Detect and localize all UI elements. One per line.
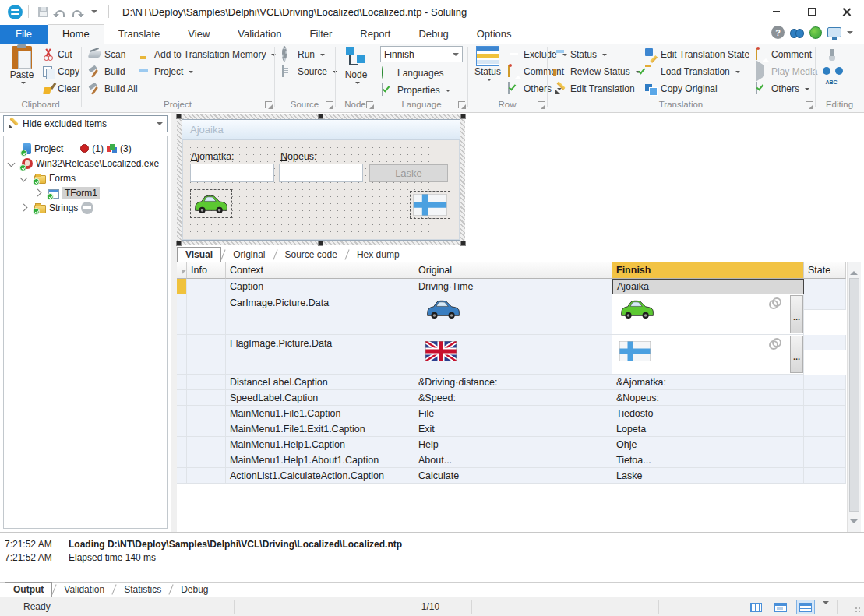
cell-state[interactable] <box>804 375 846 390</box>
close-button[interactable] <box>829 0 864 23</box>
cell-info[interactable] <box>187 375 226 390</box>
tree-item-tform1[interactable]: TForm1 <box>4 185 167 200</box>
row-dialog-launcher[interactable] <box>538 101 545 108</box>
node-button[interactable]: Node <box>340 46 372 85</box>
preview-speed-input[interactable] <box>279 164 363 182</box>
save-button[interactable] <box>34 3 51 20</box>
cell-state[interactable] <box>804 421 846 437</box>
cell-context[interactable]: MainMenu1.Help1.Caption <box>226 437 414 452</box>
node-dialog-launcher[interactable] <box>366 101 373 108</box>
resize-handle[interactable] <box>318 114 323 119</box>
build-all-button[interactable]: Build All <box>87 80 139 97</box>
cell-state[interactable] <box>804 468 846 484</box>
row-indicator[interactable] <box>177 452 187 468</box>
row-indicator[interactable] <box>177 294 187 335</box>
cell-context[interactable]: SpeedLabel.Caption <box>226 390 414 406</box>
col-context[interactable]: Context <box>226 262 414 279</box>
row-indicator[interactable] <box>177 375 187 390</box>
cell-state[interactable] <box>804 279 846 294</box>
resize-grip[interactable] <box>855 607 862 614</box>
help-icon[interactable]: ? <box>771 26 785 39</box>
cell-translation[interactable]: Laske <box>612 468 804 484</box>
scroll-down-icon[interactable] <box>850 519 858 527</box>
tree-item-exe[interactable]: Win32\Release\Localized.exe <box>4 156 167 171</box>
cut-button[interactable]: Cut <box>41 46 74 62</box>
cell-original[interactable]: Calculate <box>414 468 612 484</box>
preview-car-image[interactable] <box>190 189 232 218</box>
tab-options[interactable]: Options <box>463 25 526 44</box>
cell-original-image[interactable] <box>414 294 612 335</box>
cell-translation[interactable]: Ohje <box>612 437 804 452</box>
cell-translation-image[interactable]: ... <box>612 335 804 375</box>
cell-state[interactable] <box>804 390 846 406</box>
cell-info[interactable] <box>187 452 226 468</box>
chevron-down-icon[interactable] <box>847 31 853 37</box>
ellipsis-button[interactable]: ... <box>790 295 803 333</box>
row-indicator[interactable] <box>177 335 187 375</box>
tab-translate[interactable]: Translate <box>104 25 175 44</box>
grid-scrollbar[interactable] <box>847 262 861 532</box>
cell-state[interactable] <box>804 406 846 421</box>
tab-debug-panel[interactable]: Debug <box>173 583 216 597</box>
load-translation-button[interactable]: Load Translation <box>644 63 742 79</box>
cell-info[interactable] <box>187 390 226 406</box>
translation-status-button[interactable]: Status <box>553 46 608 62</box>
run-button[interactable]: Run <box>280 46 326 62</box>
cell-state[interactable] <box>804 335 846 350</box>
preview-calc-button[interactable]: Laske <box>369 164 448 182</box>
row-indicator[interactable] <box>177 421 187 437</box>
translation-dialog-launcher[interactable] <box>806 101 813 108</box>
cell-context[interactable]: DistanceLabel.Caption <box>226 375 414 390</box>
tree-item-forms[interactable]: Forms <box>4 171 167 185</box>
filter-combobox[interactable]: Hide excluded items <box>3 115 168 132</box>
row-indicator[interactable] <box>177 390 187 406</box>
build-button[interactable]: Build <box>87 63 127 79</box>
col-finnish[interactable]: Finnish <box>612 262 804 279</box>
undo-button[interactable] <box>51 3 69 20</box>
cell-translation[interactable]: &Ajomatka: <box>612 375 804 390</box>
copy-button[interactable]: Copy <box>41 63 81 79</box>
cell-context[interactable]: MainMenu1.File1.Exit1.Caption <box>226 421 414 437</box>
app-logo-icon[interactable] <box>8 5 23 19</box>
language-globe-icon[interactable] <box>809 26 822 39</box>
play-media-button[interactable]: Play Media <box>754 63 819 79</box>
resize-handle[interactable] <box>460 114 466 119</box>
tab-visual[interactable]: Visual <box>177 247 221 262</box>
scroll-up-icon[interactable] <box>850 267 858 275</box>
cell-context[interactable]: FlagImage.Picture.Data <box>226 335 414 375</box>
edit-translation-button[interactable]: Edit Translation <box>553 80 637 97</box>
cell-translation[interactable]: &Nopeus: <box>612 390 804 406</box>
source-button[interactable]: Source <box>280 63 339 79</box>
scan-button[interactable]: Scan <box>87 46 127 62</box>
target-language-combobox[interactable]: Finnish <box>380 46 463 62</box>
form-preview-selection[interactable]: Ajoaika Ajomatka: Nopeus: Laske <box>177 114 465 245</box>
cell-original[interactable]: Help <box>414 437 612 452</box>
cell-context[interactable]: MainMenu1.File1.Caption <box>226 406 414 421</box>
find-translation-button[interactable]: ABC <box>823 67 843 83</box>
row-indicator[interactable] <box>177 279 187 294</box>
project-dialog-launcher[interactable] <box>265 101 272 108</box>
cell-context[interactable]: CarImage.Picture.Data <box>226 294 414 335</box>
source-dialog-launcher[interactable] <box>326 101 333 108</box>
minimize-button[interactable] <box>759 0 794 23</box>
cell-state[interactable] <box>804 437 846 452</box>
tab-statistics[interactable]: Statistics <box>116 583 169 597</box>
cell-info[interactable] <box>187 406 226 421</box>
preview-flag-image[interactable] <box>410 191 450 219</box>
screen-info-icon[interactable] <box>827 27 841 37</box>
col-original[interactable]: Original <box>414 262 612 279</box>
languages-button[interactable]: Languages <box>380 65 445 81</box>
cell-info[interactable] <box>187 279 226 294</box>
tab-hex-dump[interactable]: Hex dump <box>349 248 407 262</box>
cell-original-image[interactable] <box>414 335 612 375</box>
quick-access-dropdown[interactable] <box>86 3 103 20</box>
col-info[interactable]: Info <box>187 262 226 279</box>
cell-state[interactable] <box>804 294 846 310</box>
cell-translation[interactable]: Lopeta <box>612 421 804 437</box>
tree-item-strings[interactable]: Strings <box>4 200 167 215</box>
cell-info[interactable] <box>187 468 226 484</box>
cell-original[interactable]: File <box>414 406 612 421</box>
tab-filter[interactable]: Filter <box>295 25 346 44</box>
edit-translation-state-button[interactable]: Edit Translation State <box>644 46 751 62</box>
clear-button[interactable]: Clear <box>41 80 82 97</box>
